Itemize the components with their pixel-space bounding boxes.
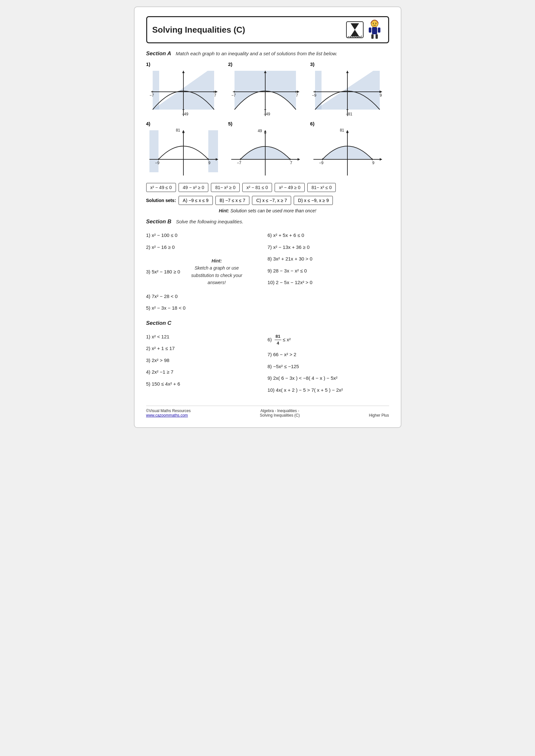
svg-text:−9: −9 (312, 93, 316, 97)
graph-4-svg: −9 9 81 (146, 127, 221, 177)
graph-1-svg: −7 7 −49 (146, 68, 221, 118)
svg-marker-51 (182, 130, 185, 132)
ineq-box-1: x² − 49 ≤ 0 (146, 183, 176, 192)
svg-text:81: 81 (176, 128, 180, 132)
footer-right: Higher Plus (369, 413, 389, 418)
b-hint-bold: Hint: (211, 258, 222, 263)
cazoom-logo-icon: cazoom! (346, 21, 364, 38)
section-a-label: Section A (146, 50, 171, 57)
b-problem-1: 1) x² − 100 ≤ 0 (146, 230, 268, 241)
svg-text:−49: −49 (182, 112, 188, 116)
section-b-header: Section B Solve the following inequaliti… (146, 219, 389, 225)
c-problem-4: 4) 2x² −1 ≥ 7 (146, 366, 268, 378)
svg-text:7: 7 (214, 93, 216, 97)
hint-italic-text: Solution sets can be used more than once… (230, 208, 316, 213)
svg-marker-72 (380, 158, 382, 161)
svg-text:7: 7 (290, 161, 293, 165)
b-problem-3: 3) 5x² − 180 ≥ 0 Hint: Sketch a graph or… (146, 253, 268, 290)
footer-left: ©Visual Maths Resources www.cazoommaths.… (146, 409, 191, 418)
section-a-desc: Match each graph to an inequality and a … (176, 51, 337, 56)
c-problem-5: 5) 150 ≤ 4x² + 6 (146, 378, 268, 390)
graph-3: 3) −9 9 −81 (310, 62, 389, 118)
footer-center: Algebra - Inequalities -Solving Inequali… (260, 409, 299, 418)
svg-rect-7 (369, 27, 371, 33)
svg-rect-8 (378, 27, 380, 33)
graph-2-svg: −7 7 −49 (228, 68, 302, 118)
section-c-left: 1) x² < 121 2) x² + 1 ≤ 17 3) 2x² > 98 4… (146, 331, 268, 396)
svg-text:−9: −9 (155, 161, 159, 165)
graphs-grid: 1) −7 7 −49 (146, 62, 389, 177)
svg-point-10 (375, 23, 376, 24)
svg-text:−7: −7 (231, 93, 236, 97)
solutions-row: Solution sets: A) −9 ≤ x ≤ 9 B) −7 ≤ x ≤… (146, 196, 389, 205)
b-problem-5: 5) x² − 3x − 18 < 0 (146, 302, 268, 314)
fraction-81-4: 814 (275, 333, 281, 347)
graph-2: 2) −7 7 −49 (228, 62, 307, 118)
graph-4: 4) −9 9 81 (146, 121, 225, 177)
svg-rect-46 (150, 130, 158, 172)
svg-text:cazoom!: cazoom! (348, 35, 362, 38)
svg-marker-62 (264, 130, 267, 132)
svg-marker-26 (297, 91, 299, 93)
graph-5-svg: −7 7 49 (228, 127, 302, 177)
c-problem-2: 2) x² + 1 ≤ 17 (146, 343, 268, 355)
svg-text:−9: −9 (319, 161, 324, 165)
c-problem-3: 3) 2x² > 98 (146, 355, 268, 366)
section-c-header: Section C (146, 320, 389, 326)
b-problem-10: 10) 2 − 5x − 12x² > 0 (268, 277, 389, 289)
graph-1: 1) −7 7 −49 (146, 62, 225, 118)
b-problem-2: 2) x² − 16 ≥ 0 (146, 241, 268, 254)
svg-text:9: 9 (372, 161, 374, 165)
svg-rect-47 (208, 130, 218, 172)
svg-marker-39 (346, 71, 349, 73)
hint-bold-label: Hint: (219, 208, 229, 213)
page: Solving Inequalities (C) cazoom! (134, 7, 401, 428)
page-footer: ©Visual Maths Resources www.cazoommaths.… (146, 406, 389, 418)
footer-link[interactable]: www.cazoommaths.com (146, 413, 188, 418)
sol-box-a: A) −9 ≤ x ≤ 9 (179, 196, 213, 205)
svg-text:−49: −49 (264, 112, 270, 116)
ineq-box-6: 81− x² ≤ 0 (307, 183, 336, 192)
c-problem-6: 6) 814 ≤ x² (268, 331, 389, 349)
b-problem-8: 8) 3x² + 21x + 30 > 0 (268, 253, 389, 265)
inequalities-row: x² − 49 ≤ 0 49 − x² ≥ 0 81− x² ≥ 0 x² − … (146, 183, 389, 192)
footer-copyright: ©Visual Maths Resources (146, 409, 191, 413)
b-hint-text: Sketch a graph or usesubstitution to che… (191, 265, 242, 285)
ineq-box-3: 81− x² ≥ 0 (211, 183, 240, 192)
svg-text:49: 49 (258, 129, 262, 133)
section-b-content: 1) x² − 100 ≤ 0 2) x² − 16 ≥ 0 3) 5x² − … (146, 230, 389, 314)
svg-text:81: 81 (340, 128, 344, 132)
svg-text:7: 7 (296, 93, 298, 97)
cartoon-character (366, 20, 383, 40)
svg-text:9: 9 (380, 93, 382, 97)
sol-box-b: B) −7 ≤ x ≤ 7 (215, 196, 250, 205)
section-b-desc: Solve the following inequalities. (176, 219, 243, 224)
c-problem-1: 1) x² < 121 (146, 331, 268, 343)
ineq-box-5: x² − 49 ≥ 0 (275, 183, 304, 192)
section-b-right: 6) x² + 5x + 6 ≤ 0 7) x² − 13x + 36 ≥ 0 … (268, 230, 389, 314)
ineq-box-2: 49 − x² ≥ 0 (179, 183, 208, 192)
c-problem-7: 7) 66 − x² > 2 (268, 349, 389, 361)
solution-sets-label: Solution sets: (146, 198, 176, 203)
b-problem-9: 9) 28 − 3x − x² ≤ 0 (268, 265, 389, 277)
section-c-content: 1) x² < 121 2) x² + 1 ≤ 17 3) 2x² > 98 4… (146, 331, 389, 396)
b-hint-box: Hint: Sketch a graph or usesubstitution … (191, 255, 242, 288)
svg-marker-38 (380, 91, 382, 93)
sol-box-d: D) x ≤ −9, x ≥ 9 (294, 196, 333, 205)
c-problem-10: 10) 4x( x + 2 ) − 5 > 7( x + 5 ) − 2x² (268, 384, 389, 396)
section-c-right: 6) 814 ≤ x² 7) 66 − x² > 2 8) −5x² ≤ −12… (268, 331, 389, 396)
svg-text:−81: −81 (346, 112, 352, 116)
graph-6: 6) −9 9 81 (310, 121, 389, 177)
sol-box-c: C) x ≤ −7, x ≥ 7 (252, 196, 291, 205)
svg-text:9: 9 (208, 161, 210, 165)
b-problem-6: 6) x² + 5x + 6 ≤ 0 (268, 230, 389, 241)
ineq-box-4: x² − 81 ≤ 0 (242, 183, 272, 192)
graph-5: 5) −7 7 49 (228, 121, 307, 177)
c-problem-8: 8) −5x² ≤ −125 (268, 361, 389, 373)
graph-6-svg: −9 9 81 (310, 127, 384, 177)
page-title: Solving Inequalities (C) (152, 25, 245, 35)
svg-rect-5 (371, 34, 374, 39)
svg-text:−7: −7 (150, 93, 154, 97)
b-p3-text: 3) 5x² − 180 ≥ 0 (146, 268, 180, 276)
svg-rect-6 (376, 34, 378, 39)
